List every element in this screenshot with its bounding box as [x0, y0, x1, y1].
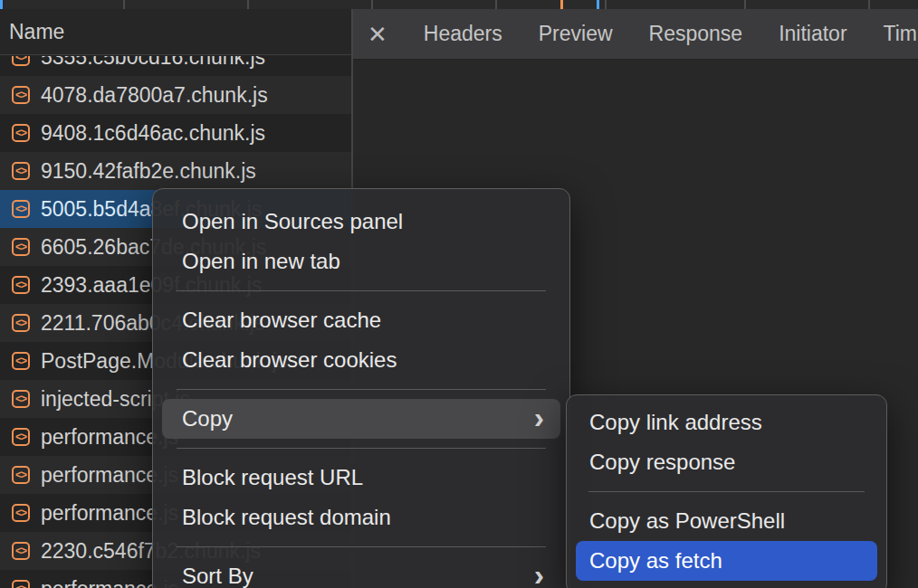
copy-submenu: Copy link address Copy response Copy as …: [566, 394, 887, 588]
script-file-icon: <>: [12, 542, 30, 560]
script-file-icon: <>: [12, 124, 30, 142]
menu-item-label: Sort By: [182, 564, 253, 588]
overview-divider: [495, 0, 497, 9]
menu-separator: [177, 448, 546, 449]
script-file-icon: <>: [12, 56, 30, 66]
script-file-icon: <>: [12, 352, 30, 370]
menu-item-copy-link-address[interactable]: Copy link address: [576, 403, 877, 442]
menu-item-copy-response[interactable]: Copy response: [576, 442, 877, 482]
submenu-chevron-icon: ›: [534, 559, 544, 588]
tab-initiator[interactable]: Initiator: [779, 22, 846, 46]
request-name: 9408.1c6d46ac.chunk.js: [41, 121, 265, 146]
close-icon[interactable]: ✕: [368, 23, 387, 46]
menu-item-label: Copy link address: [589, 410, 762, 435]
tab-preview[interactable]: Preview: [539, 22, 613, 46]
menu-separator: [588, 491, 865, 492]
menu-item-label: Copy response: [589, 450, 735, 475]
menu-item-label: Block request URL: [182, 465, 363, 490]
devtools-network-panel: Name <> 5355.c5b0cd16.chunk.js <> 4078.d…: [0, 0, 918, 588]
menu-item-label: Copy as PowerShell: [589, 508, 785, 534]
menu-separator: [177, 389, 546, 390]
menu-item-label: Copy as fetch: [589, 548, 722, 574]
request-name: 9150.42fafb2e.chunk.js: [41, 159, 256, 184]
menu-item-copy-as-fetch[interactable]: Copy as fetch: [576, 541, 877, 581]
overview-divider: [247, 0, 249, 9]
request-name: 5355.c5b0cd16.chunk.js: [41, 56, 265, 70]
script-file-icon: <>: [12, 504, 30, 522]
script-file-icon: <>: [12, 428, 30, 446]
tab-response[interactable]: Response: [649, 22, 743, 46]
overview-divider: [371, 0, 373, 9]
name-column-label: Name: [9, 20, 64, 44]
script-file-icon: <>: [12, 238, 30, 256]
network-row[interactable]: <> 4078.da7800a7.chunk.js: [0, 76, 351, 114]
tab-headers[interactable]: Headers: [424, 22, 502, 46]
network-row[interactable]: <> 9408.1c6d46ac.chunk.js: [0, 114, 351, 152]
overview-request-marker: [597, 0, 599, 9]
menu-item-clear-browser-cookies[interactable]: Clear browser cookies: [162, 340, 560, 380]
menu-item-block-request-domain[interactable]: Block request domain: [162, 498, 560, 537]
overview-divider: [744, 0, 746, 9]
overview-divider: [868, 0, 870, 9]
menu-item-label: Block request domain: [182, 505, 391, 530]
menu-item-label: Copy: [182, 406, 233, 432]
menu-item-label: Clear browser cache: [182, 308, 381, 333]
menu-item-open-in-new-tab[interactable]: Open in new tab: [162, 242, 560, 281]
menu-item-copy-as-powershell[interactable]: Copy as PowerShell: [576, 501, 877, 541]
network-row[interactable]: <> 9150.42fafb2e.chunk.js: [0, 152, 351, 190]
menu-separator: [177, 290, 546, 291]
script-file-icon: <>: [12, 314, 30, 332]
overview-request-marker: [560, 0, 563, 9]
menu-item-block-request-url[interactable]: Block request URL: [162, 458, 560, 498]
menu-item-copy[interactable]: Copy ›: [162, 399, 560, 439]
menu-separator: [177, 546, 546, 547]
menu-item-label: Clear browser cookies: [182, 347, 397, 373]
script-file-icon: <>: [12, 580, 30, 588]
submenu-chevron-icon: ›: [534, 402, 544, 432]
menu-item-label: Open in Sources panel: [182, 209, 403, 234]
script-file-icon: <>: [12, 466, 30, 484]
context-menu: Open in Sources panel Open in new tab Cl…: [152, 188, 570, 588]
menu-item-clear-browser-cache[interactable]: Clear browser cache: [162, 300, 560, 340]
overview-divider: [123, 0, 125, 9]
network-row[interactable]: <> 5355.c5b0cd16.chunk.js: [0, 56, 351, 76]
menu-item-label: Open in new tab: [182, 249, 340, 274]
overview-request-marker: [0, 0, 3, 9]
script-file-icon: <>: [12, 86, 30, 104]
details-tab-bar: ✕ Headers Preview Response Initiator Tim…: [353, 9, 918, 60]
request-name: 4078.da7800a7.chunk.js: [41, 83, 268, 108]
overview-divider: [605, 0, 607, 9]
script-file-icon: <>: [12, 390, 30, 408]
script-file-icon: <>: [12, 200, 30, 218]
menu-item-sort-by[interactable]: Sort By ›: [162, 556, 560, 588]
tab-timing[interactable]: Timing: [884, 22, 918, 46]
menu-item-open-in-sources[interactable]: Open in Sources panel: [162, 202, 560, 242]
script-file-icon: <>: [12, 276, 30, 294]
name-column-header[interactable]: Name: [0, 9, 351, 55]
script-file-icon: <>: [12, 162, 30, 180]
